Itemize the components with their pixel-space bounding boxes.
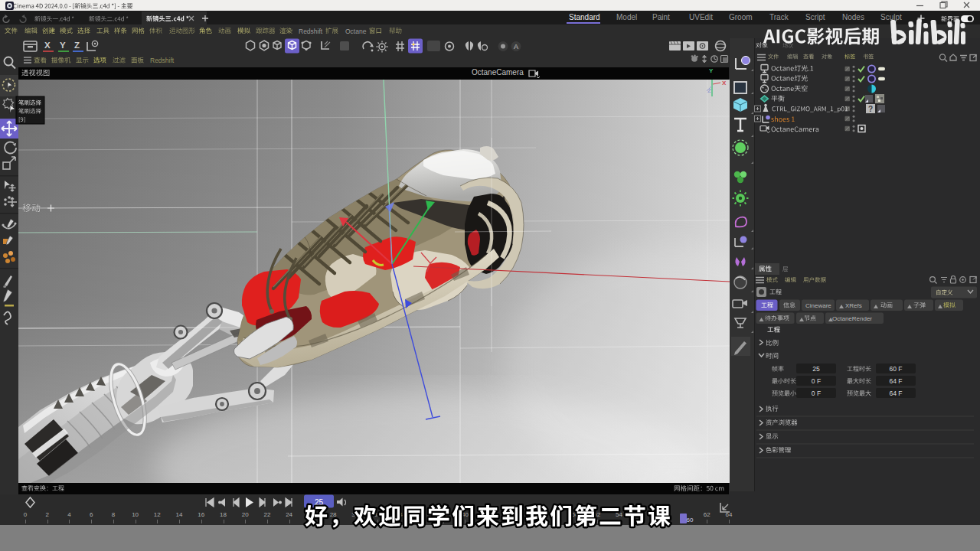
- svg-text:A: A: [514, 43, 518, 51]
- svg-text:OctaneRender: OctaneRender: [832, 315, 872, 322]
- svg-text:Cineware: Cineware: [805, 302, 831, 309]
- svg-text:60 F: 60 F: [889, 365, 902, 373]
- svg-text:25: 25: [812, 365, 820, 373]
- svg-text:0 F: 0 F: [812, 390, 821, 397]
- svg-text:60: 60: [687, 517, 694, 523]
- svg-text:Z: Z: [707, 87, 711, 94]
- svg-text:XRefs: XRefs: [845, 302, 862, 309]
- svg-text:Y: Y: [709, 67, 714, 74]
- svg-text:64 F: 64 F: [889, 390, 902, 397]
- svg-text:0 F: 0 F: [812, 377, 821, 385]
- svg-text:64 F: 64 F: [889, 377, 902, 385]
- svg-text:X: X: [722, 80, 727, 86]
- svg-text:?: ?: [868, 105, 873, 113]
